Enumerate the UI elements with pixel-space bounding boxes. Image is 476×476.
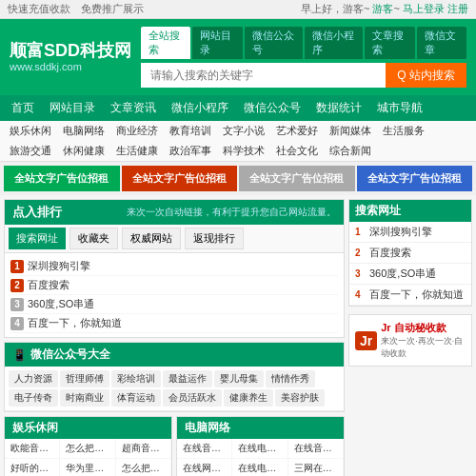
search-tab-0[interactable]: 全站搜索 bbox=[141, 27, 190, 59]
ad-banner-2[interactable]: 全站文字广告位招租 bbox=[239, 166, 355, 191]
search-tab-2[interactable]: 微信公众号 bbox=[245, 27, 303, 59]
dn-item-5: 三网在线电商第三方 bbox=[288, 459, 344, 476]
wechat-tab-2[interactable]: 彩绘培训 bbox=[111, 370, 161, 387]
ad-banner-0[interactable]: 全站文字广告位招租 bbox=[4, 166, 120, 191]
top-bar-right: 早上好，游客~ 游客~ 马上登录 注册 bbox=[293, 2, 468, 16]
ad-banner-1[interactable]: 全站文字广告位招租 bbox=[122, 166, 238, 191]
ad-banner-3[interactable]: 全站文字广告位招租 bbox=[357, 166, 473, 191]
nav-item-home[interactable]: 首页 bbox=[4, 95, 42, 121]
main-nav: 首页 网站目录 文章资讯 微信小程序 微信公众号 数据统计 城市导航 bbox=[0, 95, 476, 121]
cat-tab-shehui[interactable]: 社会文化 bbox=[270, 141, 324, 161]
cat-tab-xiuxian[interactable]: 休闲健康 bbox=[57, 141, 110, 161]
greeting: 早上好，游客~ bbox=[301, 3, 369, 14]
sidebar-link-4[interactable]: 百度一下，你就知道 bbox=[369, 288, 464, 302]
sidebar-item-2: 2 百度搜索 bbox=[349, 243, 471, 264]
nav-item-city[interactable]: 城市导航 bbox=[369, 95, 430, 121]
cat-tab-yishu[interactable]: 艺术爱好 bbox=[270, 121, 324, 141]
hot-tabs-row: 搜索网址 收藏夹 权威网站 返现排行 bbox=[5, 225, 344, 253]
login-link[interactable]: 马上登录 bbox=[403, 3, 445, 14]
cashback-btn[interactable]: 返现排行 bbox=[185, 228, 244, 249]
watermark-text: Jr 自动秘收款 来次一次·再次一次·自动收款 bbox=[381, 321, 466, 360]
nav-item-directory[interactable]: 网站目录 bbox=[42, 95, 103, 121]
search-button[interactable]: Q 站内搜索 bbox=[386, 63, 466, 88]
wechat-tab-5[interactable]: 情情作秀 bbox=[266, 370, 315, 387]
hot-rank-3: 3 bbox=[10, 298, 24, 311]
cat-tab-kexue[interactable]: 科学技术 bbox=[217, 141, 270, 161]
cat-tab-xinwen[interactable]: 新闻媒体 bbox=[324, 121, 377, 141]
wechat-tab-6[interactable]: 电子传奇 bbox=[9, 389, 58, 407]
topbar-item-1[interactable]: 快速充值收款 bbox=[8, 3, 70, 14]
rank-1: 1 bbox=[355, 227, 367, 237]
ad-banners: 全站文字广告位招租 全站文字广告位招租 全站文字广告位招租 全站文字广告位招租 bbox=[0, 162, 476, 195]
cat-tab-wenxue[interactable]: 文字小说 bbox=[217, 121, 270, 141]
rank-4: 4 bbox=[355, 289, 367, 300]
yule-grid: 欧能音乐好友交流会 怎么把喜欢的音乐从 超商音乐会员怎么么 好听的音乐女歌手歌 … bbox=[5, 439, 171, 476]
hot-item-4: 4 百度一下，你就知道 bbox=[10, 314, 338, 333]
search-tab-1[interactable]: 网站目录 bbox=[192, 27, 242, 59]
hot-section: 点入排行 来次一次自动链接，有利于提升您自己网站流量。 搜索网址 收藏夹 权威网… bbox=[4, 199, 345, 338]
dn-item-3: 在线网络电商移动端 bbox=[177, 459, 232, 476]
watermark-line1: Jr 自动秘收款 bbox=[381, 321, 466, 335]
wechat-tab-7[interactable]: 时南商业 bbox=[60, 389, 109, 407]
wechat-header: 📱 微信公众号大全 bbox=[5, 343, 344, 367]
search-tab-5[interactable]: 微信文章 bbox=[417, 27, 466, 59]
sidebar-link-3[interactable]: 360度,SO串通 bbox=[369, 267, 436, 281]
wechat-tab-1[interactable]: 哲理师傅 bbox=[60, 370, 109, 387]
search-tabs: 全站搜索 网站目录 微信公众号 微信小程序 文章搜索 微信文章 bbox=[141, 27, 466, 59]
cat-tab-zhengzhi[interactable]: 政治军事 bbox=[164, 141, 217, 161]
diannao-section: 电脑网络 在线音乐网 在线电商音乐网上 在线音乐网 在线网络电商移动端 在线电商… bbox=[176, 416, 345, 476]
favorites-btn[interactable]: 收藏夹 bbox=[69, 228, 118, 249]
user-link[interactable]: 游客 bbox=[372, 3, 393, 14]
nav-item-wechat[interactable]: 微信公众号 bbox=[236, 95, 308, 121]
yule-item-0: 欧能音乐好友交流会 bbox=[5, 439, 60, 459]
nav-item-stats[interactable]: 数据统计 bbox=[308, 95, 369, 121]
hot-link-3[interactable]: 360度,SO串通 bbox=[28, 297, 94, 311]
nav-item-articles[interactable]: 文章资讯 bbox=[103, 95, 164, 121]
col-diannao: 电脑网络 在线音乐网 在线电商音乐网上 在线音乐网 在线网络电商移动端 在线电商… bbox=[176, 416, 345, 476]
cat-tab-jiaoyu[interactable]: 教育培训 bbox=[164, 121, 217, 141]
wechat-icon: 📱 bbox=[12, 348, 27, 362]
wechat-tab-3[interactable]: 最益运作 bbox=[163, 370, 212, 387]
wechat-tab-10[interactable]: 健康养生 bbox=[224, 389, 273, 407]
hot-link-1[interactable]: 深圳搜狗引擎 bbox=[28, 259, 90, 273]
logo-line2: www.sddkj.com bbox=[10, 61, 131, 73]
hot-item-2: 2 百度搜索 bbox=[10, 276, 338, 295]
logo: 顺富SDD科技网 www.sddkj.com bbox=[10, 41, 131, 74]
sidebar-item-3: 3 360度,SO串通 bbox=[349, 264, 471, 285]
sidebar-search-title: 搜索网址 bbox=[349, 200, 471, 222]
hot-link-2[interactable]: 百度搜索 bbox=[28, 278, 69, 292]
yule-item-3: 好听的音乐女歌手歌 bbox=[5, 459, 60, 476]
wechat-tab-0[interactable]: 人力资源 bbox=[9, 370, 58, 387]
cat-tab-jiankang[interactable]: 生活健康 bbox=[110, 141, 164, 161]
hot-link-4[interactable]: 百度一下，你就知道 bbox=[28, 316, 122, 330]
search-tab-3[interactable]: 微信小程序 bbox=[305, 27, 363, 59]
authority-btn[interactable]: 权威网站 bbox=[122, 228, 181, 249]
cat-tab-yule[interactable]: 娱乐休闲 bbox=[4, 121, 57, 141]
hot-title: 点入排行 bbox=[12, 204, 62, 221]
sidebar-item-1: 1 深圳搜狗引擎 bbox=[349, 222, 471, 243]
wechat-tab-4[interactable]: 婴儿母集 bbox=[214, 370, 264, 387]
hot-content: 1 深圳搜狗引擎 2 百度搜索 3 360度,SO串通 4 百度一下，你就知道 bbox=[5, 253, 344, 337]
search-input[interactable] bbox=[141, 63, 386, 88]
yule-item-4: 华为里里音乐mp3模式 bbox=[60, 459, 115, 476]
hot-rank-4: 4 bbox=[10, 317, 24, 330]
sidebar-link-2[interactable]: 百度搜索 bbox=[369, 246, 411, 260]
search-site-btn[interactable]: 搜索网址 bbox=[9, 228, 66, 249]
hot-tip: 来次一次自动链接，有利于提升您自己网站流量。 bbox=[127, 206, 336, 219]
register-link[interactable]: 注册 bbox=[447, 3, 468, 14]
cat-tab-shenghuo[interactable]: 生活服务 bbox=[377, 121, 430, 141]
wechat-tab-11[interactable]: 美容护肤 bbox=[275, 389, 325, 407]
logo-line1[interactable]: 顺富SDD科技网 bbox=[10, 41, 131, 62]
cat-tab-lvyou[interactable]: 旅游交通 bbox=[4, 141, 57, 161]
cat-tab-shangye[interactable]: 商业经济 bbox=[110, 121, 164, 141]
wechat-tab-8[interactable]: 体育运动 bbox=[111, 389, 161, 407]
search-tab-4[interactable]: 文章搜索 bbox=[365, 27, 414, 59]
cat-tab-zonghe[interactable]: 综合新闻 bbox=[324, 141, 377, 161]
topbar-item-2[interactable]: 免费推广展示 bbox=[81, 3, 144, 14]
wechat-tab-9[interactable]: 会员活跃水 bbox=[163, 389, 222, 407]
sidebar-link-1[interactable]: 深圳搜狗引擎 bbox=[369, 225, 432, 239]
hot-item-1: 1 深圳搜狗引擎 bbox=[10, 257, 338, 276]
cat-tab-diannao[interactable]: 电脑网络 bbox=[57, 121, 110, 141]
nav-item-miniapp[interactable]: 微信小程序 bbox=[164, 95, 236, 121]
hot-rank-1: 1 bbox=[10, 260, 24, 273]
